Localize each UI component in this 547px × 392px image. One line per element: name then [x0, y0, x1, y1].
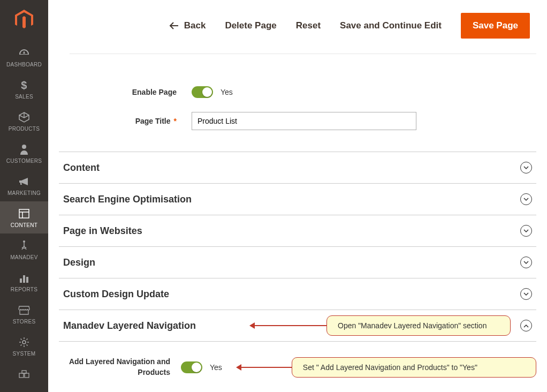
magento-logo[interactable]: [0, 0, 48, 41]
chevron-down-icon: [520, 162, 532, 174]
megaphone-icon: [18, 176, 30, 187]
callout-text: Open "Manadev Layered Navigation" sectio…: [326, 315, 511, 336]
page-title-label: Page Title*: [70, 117, 192, 125]
sidebar-item-label: MANADEV: [10, 254, 38, 260]
accordion-title: Custom Design Update: [63, 289, 169, 300]
dashboard-icon: [18, 47, 30, 59]
required-star-icon: *: [174, 117, 177, 125]
page-accordion: Content Search Engine Optimisation Page …: [59, 152, 536, 380]
accordion-title: Search Engine Optimisation: [63, 194, 192, 205]
svg-point-1: [22, 145, 26, 149]
svg-point-9: [22, 341, 26, 344]
chevron-up-icon: [520, 320, 532, 331]
back-button[interactable]: Back: [169, 20, 206, 31]
add-layered-nav-toggle[interactable]: [181, 361, 202, 373]
gear-icon: [19, 336, 29, 348]
sidebar-item-content[interactable]: CONTENT: [0, 201, 48, 233]
annotation-set-yes: Set " Add Layered Navigation and Product…: [238, 357, 536, 378]
chevron-down-icon: [520, 257, 532, 268]
svg-rect-6: [20, 278, 22, 283]
admin-sidebar: DASHBOARD $ SALES PRODUCTS CUSTOMERS MAR…: [0, 0, 48, 392]
sidebar-item-label: MARKETING: [7, 190, 41, 196]
save-page-button[interactable]: Save Page: [461, 13, 530, 39]
svg-text:$: $: [21, 79, 27, 91]
person-icon: [20, 144, 28, 155]
toggle-knob: [192, 363, 201, 372]
sidebar-item-label: SALES: [15, 94, 33, 100]
svg-rect-2: [19, 209, 29, 218]
sidebar-item-marketing[interactable]: MARKETING: [0, 169, 48, 201]
store-icon: [18, 304, 30, 316]
magento-logo-icon: [15, 10, 33, 30]
main-content: Back Delete Page Reset Save and Continue…: [48, 0, 547, 392]
accordion-manadev-layered-nav[interactable]: Manadev Layered Navigation Open "Manadev…: [59, 310, 536, 342]
arrow-icon: [238, 367, 292, 368]
accordion-design[interactable]: Design: [59, 247, 536, 278]
page-title-input[interactable]: [192, 112, 416, 130]
toggle-knob: [202, 87, 212, 97]
callout-text: Set " Add Layered Navigation and Product…: [292, 357, 536, 378]
add-layered-nav-row: Add Layered Navigation and Products Yes …: [59, 357, 536, 378]
annotation-open-section: Open "Manadev Layered Navigation" sectio…: [252, 315, 511, 336]
accordion-custom-design-update[interactable]: Custom Design Update: [59, 278, 536, 310]
sidebar-item-label: STORES: [13, 319, 36, 325]
back-button-label: Back: [184, 20, 206, 31]
enable-page-row: Enable Page Yes: [70, 86, 526, 98]
sidebar-item-sales[interactable]: $ SALES: [0, 73, 48, 105]
svg-rect-8: [26, 277, 28, 283]
sidebar-item-label: CONTENT: [11, 222, 37, 228]
save-continue-button[interactable]: Save and Continue Edit: [340, 20, 442, 31]
sidebar-item-label: CUSTOMERS: [6, 158, 42, 164]
dollar-icon: $: [20, 79, 28, 91]
accordion-content[interactable]: Content: [59, 152, 536, 184]
accordion-seo[interactable]: Search Engine Optimisation: [59, 184, 536, 215]
page-title-row: Page Title*: [70, 112, 526, 130]
accordion-page-in-websites[interactable]: Page in Websites: [59, 215, 536, 247]
enable-page-value: Yes: [221, 88, 233, 96]
sidebar-item-dashboard[interactable]: DASHBOARD: [0, 41, 48, 73]
sidebar-item-products[interactable]: PRODUCTS: [0, 105, 48, 137]
enable-page-toggle[interactable]: [192, 86, 213, 98]
box-icon: [19, 111, 29, 123]
bar-chart-icon: [19, 272, 29, 284]
accordion-title: Design: [63, 257, 95, 268]
accordion-title: Content: [63, 162, 100, 174]
accordion-manadev-body: Add Layered Navigation and Products Yes …: [59, 342, 536, 380]
add-layered-nav-label: Add Layered Navigation and Products: [59, 357, 181, 378]
sidebar-item-label: SYSTEM: [13, 351, 36, 357]
arrow-left-icon: [169, 22, 179, 29]
reset-button[interactable]: Reset: [296, 20, 321, 31]
sidebar-item-extensions[interactable]: [0, 362, 48, 388]
svg-rect-7: [23, 275, 25, 283]
svg-rect-12: [22, 371, 26, 373]
sidebar-item-label: DASHBOARD: [6, 62, 42, 67]
accordion-title: Page in Websites: [63, 225, 142, 237]
manadev-icon: [20, 240, 28, 252]
delete-page-button[interactable]: Delete Page: [225, 20, 276, 31]
arrow-icon: [252, 325, 326, 326]
svg-rect-11: [25, 373, 29, 378]
sidebar-item-customers[interactable]: CUSTOMERS: [0, 137, 48, 169]
page-toolbar: Back Delete Page Reset Save and Continue…: [70, 0, 536, 54]
chevron-down-icon: [520, 193, 532, 205]
layout-icon: [19, 208, 29, 220]
sidebar-item-label: PRODUCTS: [9, 126, 40, 132]
chevron-down-icon: [520, 288, 532, 300]
sidebar-item-stores[interactable]: STORES: [0, 298, 48, 330]
svg-rect-10: [19, 373, 24, 378]
enable-page-label: Enable Page: [70, 88, 192, 96]
chevron-down-icon: [520, 225, 532, 237]
page-form: Enable Page Yes Page Title*: [59, 86, 536, 130]
sidebar-item-label: REPORTS: [11, 287, 37, 292]
blocks-icon: [19, 368, 29, 380]
svg-point-5: [23, 240, 25, 243]
sidebar-item-system[interactable]: SYSTEM: [0, 330, 48, 362]
sidebar-item-reports[interactable]: REPORTS: [0, 266, 48, 298]
accordion-title: Manadev Layered Navigation: [63, 320, 196, 331]
add-layered-nav-value: Yes: [210, 363, 222, 372]
sidebar-item-manadev[interactable]: MANADEV: [0, 233, 48, 266]
